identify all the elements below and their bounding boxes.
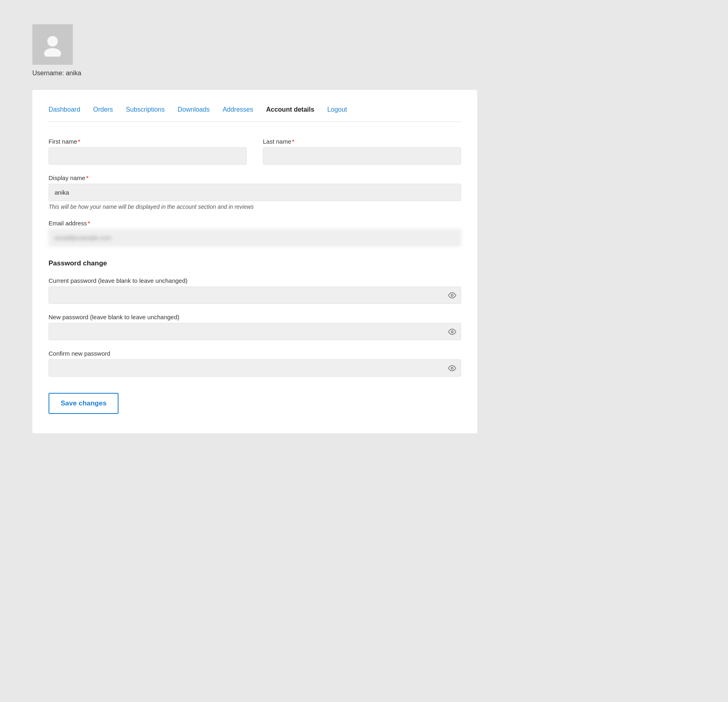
first-name-label: First name* [49, 138, 247, 145]
svg-point-3 [451, 331, 453, 333]
username-label: Username: anika [32, 70, 696, 77]
avatar [32, 24, 73, 65]
last-name-group: Last name* [263, 138, 461, 165]
current-password-toggle[interactable] [448, 291, 456, 299]
tab-downloads[interactable]: Downloads [178, 106, 210, 113]
tab-logout[interactable]: Logout [327, 106, 347, 113]
tab-addresses[interactable]: Addresses [222, 106, 253, 113]
password-change-heading: Password change [49, 259, 461, 267]
last-name-required: * [292, 138, 294, 145]
first-name-group: First name* [49, 138, 247, 165]
email-input[interactable] [49, 229, 461, 246]
email-label: Email address* [49, 220, 461, 227]
svg-point-4 [451, 367, 453, 369]
display-name-required: * [86, 174, 89, 181]
profile-section: Username: anika [32, 24, 696, 77]
eye-icon [448, 291, 456, 299]
current-password-label: Current password (leave blank to leave u… [49, 277, 461, 284]
name-row: First name* Last name* [49, 138, 461, 165]
new-password-group: New password (leave blank to leave uncha… [49, 314, 461, 340]
display-name-label: Display name* [49, 174, 461, 181]
new-password-wrapper [49, 323, 461, 340]
tab-subscriptions[interactable]: Subscriptions [126, 106, 165, 113]
display-name-input[interactable] [49, 184, 461, 201]
confirm-password-input[interactable] [49, 359, 461, 377]
confirm-password-wrapper [49, 359, 461, 377]
current-password-input[interactable] [49, 286, 461, 304]
display-name-hint: This will be how your name will be displ… [49, 204, 461, 210]
svg-point-1 [44, 48, 61, 57]
eye-icon [448, 364, 456, 372]
new-password-toggle[interactable] [448, 328, 456, 336]
tab-account-details[interactable]: Account details [266, 106, 314, 113]
save-button-wrapper: Save changes [49, 386, 461, 414]
svg-point-2 [451, 294, 453, 296]
current-password-group: Current password (leave blank to leave u… [49, 277, 461, 304]
new-password-label: New password (leave blank to leave uncha… [49, 314, 461, 320]
confirm-password-group: Confirm new password [49, 350, 461, 377]
new-password-input[interactable] [49, 323, 461, 340]
email-group: Email address* [49, 220, 461, 246]
email-required: * [88, 220, 90, 227]
last-name-input[interactable] [263, 147, 461, 165]
tab-dashboard[interactable]: Dashboard [49, 106, 80, 113]
tab-orders[interactable]: Orders [93, 106, 113, 113]
svg-point-0 [47, 36, 58, 47]
confirm-password-label: Confirm new password [49, 350, 461, 357]
eye-icon [448, 328, 456, 336]
main-card: Dashboard Orders Subscriptions Downloads… [32, 90, 477, 433]
current-password-wrapper [49, 286, 461, 304]
first-name-input[interactable] [49, 147, 247, 165]
display-name-group: Display name* This will be how your name… [49, 174, 461, 210]
account-form: First name* Last name* Display name* Thi… [49, 138, 461, 414]
confirm-password-toggle[interactable] [448, 364, 456, 372]
first-name-required: * [78, 138, 80, 145]
save-changes-button[interactable]: Save changes [49, 393, 119, 414]
last-name-label: Last name* [263, 138, 461, 145]
nav-tabs: Dashboard Orders Subscriptions Downloads… [49, 106, 461, 122]
